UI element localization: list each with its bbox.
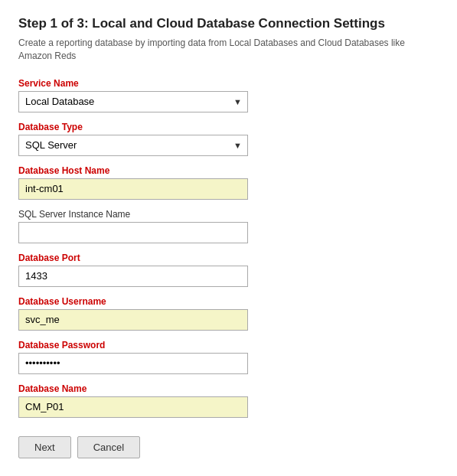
service-name-select-wrapper: Local Database Cloud Database ▼ — [18, 91, 248, 112]
button-row: Next Cancel — [18, 436, 439, 458]
database-password-input[interactable] — [18, 353, 248, 374]
page-title: Step 1 of 3: Local and Cloud Database Co… — [18, 15, 439, 32]
database-port-label: Database Port — [18, 253, 439, 263]
sql-instance-group: SQL Server Instance Name — [18, 209, 439, 243]
sql-instance-input[interactable] — [18, 222, 248, 243]
database-type-select-wrapper: SQL Server MySQL PostgreSQL Oracle ▼ — [18, 135, 248, 156]
database-port-input[interactable] — [18, 266, 248, 287]
page-subtitle: Create a reporting database by importing… — [18, 37, 439, 63]
database-username-input[interactable] — [18, 309, 248, 331]
cancel-button[interactable]: Cancel — [77, 436, 140, 458]
database-type-select[interactable]: SQL Server MySQL PostgreSQL Oracle — [18, 135, 248, 156]
database-host-group: Database Host Name — [18, 165, 439, 200]
database-name-input[interactable] — [18, 396, 248, 418]
database-username-label: Database Username — [18, 296, 439, 307]
database-username-group: Database Username — [18, 296, 439, 331]
next-button[interactable]: Next — [18, 436, 71, 458]
service-name-label: Service Name — [18, 78, 439, 89]
database-name-group: Database Name — [18, 383, 439, 418]
database-password-group: Database Password — [18, 340, 439, 374]
database-type-label: Database Type — [18, 122, 439, 132]
database-host-input[interactable] — [18, 178, 248, 200]
service-name-select[interactable]: Local Database Cloud Database — [18, 91, 248, 112]
sql-instance-label: SQL Server Instance Name — [18, 209, 439, 220]
database-type-group: Database Type SQL Server MySQL PostgreSQ… — [18, 122, 439, 156]
database-port-group: Database Port — [18, 253, 439, 287]
database-password-label: Database Password — [18, 340, 439, 350]
database-name-label: Database Name — [18, 383, 439, 394]
database-host-label: Database Host Name — [18, 165, 439, 176]
service-name-group: Service Name Local Database Cloud Databa… — [18, 78, 439, 112]
